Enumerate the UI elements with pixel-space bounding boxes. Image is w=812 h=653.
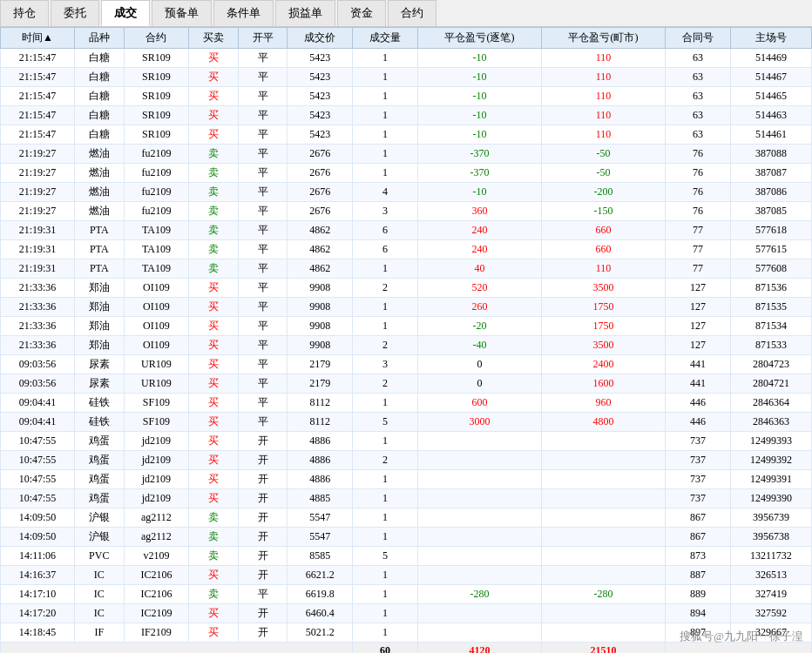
cell-28-0: 14:17:10 (1, 585, 75, 604)
cell-29-8 (541, 604, 665, 623)
table-body: 21:15:47白糖SR109买平54231-101106351446921:1… (1, 49, 812, 643)
cell-1-5: 5423 (288, 68, 353, 87)
cell-5-0: 21:19:27 (1, 145, 75, 164)
cell-22-8 (541, 470, 665, 489)
trade-table-container: 时间▲品种合约买卖开平成交价成交量平仓盈亏(逐笔)平仓盈亏(町市)合同号主场号 … (0, 27, 812, 653)
footer-label (1, 643, 353, 654)
cell-11-8: 110 (541, 259, 665, 279)
cell-7-3: 卖 (189, 183, 239, 202)
cell-26-9: 873 (665, 547, 730, 566)
cell-24-8 (541, 508, 665, 528)
table-row: 21:15:47白糖SR109买平54231-1011063514467 (1, 68, 812, 87)
cell-24-1: 沪银 (75, 508, 125, 528)
cell-18-10: 2846364 (730, 394, 811, 413)
cell-16-4: 平 (238, 355, 288, 374)
table-row: 14:17:10ICIC2106卖平6619.81-280-2808893274… (1, 585, 812, 604)
cell-27-1: IC (75, 566, 125, 585)
cell-14-5: 9908 (288, 317, 353, 336)
tab-持仓[interactable]: 持仓 (0, 0, 49, 26)
cell-17-4: 平 (238, 374, 288, 394)
cell-23-4: 开 (238, 489, 288, 508)
col-header-7: 平仓盈亏(逐笔) (417, 28, 541, 49)
cell-13-1: 郑油 (75, 298, 125, 317)
cell-20-0: 10:47:55 (1, 432, 75, 451)
cell-13-8: 1750 (541, 298, 665, 317)
cell-3-7: -10 (417, 106, 541, 125)
tab-预备单[interactable]: 预备单 (152, 0, 212, 26)
cell-29-4: 开 (238, 604, 288, 623)
cell-26-4: 开 (238, 547, 288, 566)
cell-17-9: 441 (665, 374, 730, 394)
cell-19-6: 5 (353, 413, 418, 432)
cell-1-0: 21:15:47 (1, 68, 75, 87)
cell-28-4: 平 (238, 585, 288, 604)
cell-23-0: 10:47:55 (1, 489, 75, 508)
cell-6-6: 1 (353, 164, 418, 183)
table-row: 21:15:47白糖SR109买平54231-1011063514461 (1, 125, 812, 145)
cell-9-9: 77 (665, 221, 730, 240)
cell-11-5: 4862 (288, 259, 353, 279)
table-row: 14:16:37ICIC2106买开6621.21887326513 (1, 566, 812, 585)
cell-25-5: 5547 (288, 528, 353, 547)
cell-14-0: 21:33:36 (1, 317, 75, 336)
cell-27-3: 买 (189, 566, 239, 585)
cell-24-5: 5547 (288, 508, 353, 528)
cell-25-1: 沪银 (75, 528, 125, 547)
cell-21-6: 2 (353, 451, 418, 470)
cell-16-3: 买 (189, 355, 239, 374)
cell-22-0: 10:47:55 (1, 470, 75, 489)
cell-9-5: 4862 (288, 221, 353, 240)
cell-12-6: 2 (353, 279, 418, 298)
tab-条件单[interactable]: 条件单 (213, 0, 274, 26)
cell-28-5: 6619.8 (288, 585, 353, 604)
cell-21-1: 鸡蛋 (75, 451, 125, 470)
cell-3-8: 110 (541, 106, 665, 125)
cell-23-6: 1 (353, 489, 418, 508)
cell-2-8: 110 (541, 87, 665, 106)
cell-23-2: jd2109 (124, 489, 189, 508)
cell-2-6: 1 (353, 87, 418, 106)
cell-16-9: 441 (665, 355, 730, 374)
tab-合约[interactable]: 合约 (388, 0, 436, 26)
header-row: 时间▲品种合约买卖开平成交价成交量平仓盈亏(逐笔)平仓盈亏(町市)合同号主场号 (1, 28, 812, 49)
cell-5-7: -370 (417, 145, 541, 164)
cell-22-7 (417, 470, 541, 489)
cell-8-1: 燃油 (75, 202, 125, 221)
cell-6-10: 387087 (730, 164, 811, 183)
cell-24-0: 14:09:50 (1, 508, 75, 528)
cell-20-8 (541, 432, 665, 451)
cell-27-10: 326513 (730, 566, 811, 585)
cell-5-10: 387088 (730, 145, 811, 164)
cell-24-6: 1 (353, 508, 418, 528)
cell-21-0: 10:47:55 (1, 451, 75, 470)
cell-14-8: 1750 (541, 317, 665, 336)
cell-20-2: jd2109 (124, 432, 189, 451)
cell-18-9: 446 (665, 394, 730, 413)
table-row: 21:15:47白糖SR109买平54231-1011063514463 (1, 106, 812, 125)
cell-14-10: 871534 (730, 317, 811, 336)
col-header-8: 平仓盈亏(町市) (541, 28, 665, 49)
table-row: 10:47:55鸡蛋jd2109买开4886273712499392 (1, 451, 812, 470)
table-row: 21:19:27燃油fu2109卖平26761-370-5076387088 (1, 145, 812, 164)
col-header-2: 合约 (124, 28, 189, 49)
cell-22-1: 鸡蛋 (75, 470, 125, 489)
tab-损益单[interactable]: 损益单 (275, 0, 335, 26)
cell-26-2: v2109 (124, 547, 189, 566)
cell-4-9: 63 (665, 125, 730, 145)
cell-0-0: 21:15:47 (1, 49, 75, 68)
cell-29-9: 894 (665, 604, 730, 623)
tab-成交[interactable]: 成交 (101, 0, 150, 26)
cell-8-4: 平 (238, 202, 288, 221)
cell-30-6: 1 (353, 623, 418, 643)
table-row: 10:47:55鸡蛋jd2109买开4886173712499393 (1, 432, 812, 451)
table-row: 14:09:50沪银ag2112卖开554718673956739 (1, 508, 812, 528)
tab-资金[interactable]: 资金 (337, 0, 386, 26)
tab-委托[interactable]: 委托 (51, 0, 99, 26)
table-row: 10:47:55鸡蛋jd2109买开4886173712499391 (1, 470, 812, 489)
cell-25-9: 867 (665, 528, 730, 547)
cell-28-2: IC2106 (124, 585, 189, 604)
cell-30-1: IF (75, 623, 125, 643)
cell-1-1: 白糖 (75, 68, 125, 87)
cell-0-3: 买 (189, 49, 239, 68)
cell-12-2: OI109 (124, 279, 189, 298)
